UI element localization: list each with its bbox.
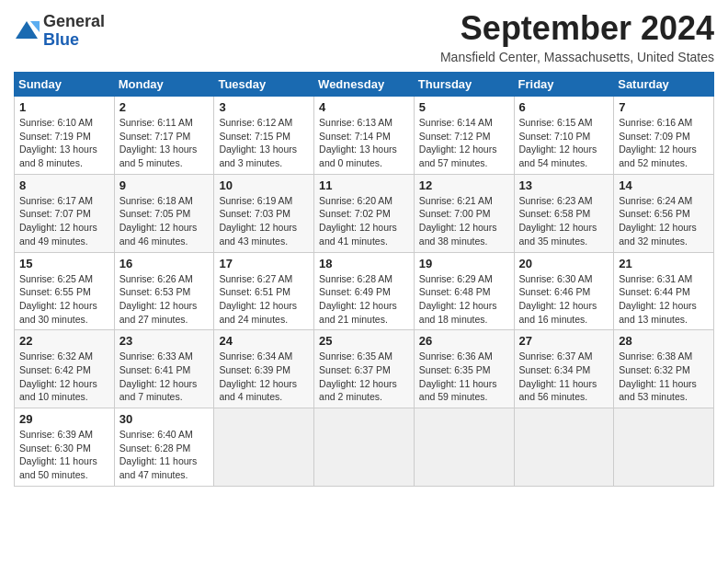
day-info: Sunrise: 6:21 AM Sunset: 7:00 PM Dayligh… xyxy=(419,194,509,248)
day-info: Sunrise: 6:14 AM Sunset: 7:12 PM Dayligh… xyxy=(419,116,509,170)
day-info: Sunrise: 6:34 AM Sunset: 6:39 PM Dayligh… xyxy=(219,350,309,404)
calendar-day-cell: 7Sunrise: 6:16 AM Sunset: 7:09 PM Daylig… xyxy=(614,97,714,175)
calendar-day-cell: 16Sunrise: 6:26 AM Sunset: 6:53 PM Dayli… xyxy=(114,252,214,330)
location-title: Mansfield Center, Massachusetts, United … xyxy=(440,50,714,64)
day-number: 19 xyxy=(419,257,509,270)
day-info: Sunrise: 6:15 AM Sunset: 7:10 PM Dayligh… xyxy=(519,116,609,170)
day-info: Sunrise: 6:31 AM Sunset: 6:44 PM Dayligh… xyxy=(619,272,709,327)
month-title: September 2024 xyxy=(440,9,714,48)
day-info: Sunrise: 6:10 AM Sunset: 7:19 PM Dayligh… xyxy=(19,116,109,170)
day-info: Sunrise: 6:23 AM Sunset: 6:58 PM Dayligh… xyxy=(519,194,609,248)
day-info: Sunrise: 6:35 AM Sunset: 6:37 PM Dayligh… xyxy=(319,350,409,404)
day-info: Sunrise: 6:26 AM Sunset: 6:53 PM Dayligh… xyxy=(119,272,210,327)
calendar-day-cell: 26Sunrise: 6:36 AM Sunset: 6:35 PM Dayli… xyxy=(414,330,514,408)
day-number: 16 xyxy=(119,257,210,270)
day-number: 30 xyxy=(119,412,210,426)
calendar-day-cell: 15Sunrise: 6:25 AM Sunset: 6:55 PM Dayli… xyxy=(15,252,115,330)
calendar-day-cell: 22Sunrise: 6:32 AM Sunset: 6:42 PM Dayli… xyxy=(15,330,115,408)
calendar-week-row: 29Sunrise: 6:39 AM Sunset: 6:30 PM Dayli… xyxy=(15,408,714,487)
calendar-day-cell: 14Sunrise: 6:24 AM Sunset: 6:56 PM Dayli… xyxy=(614,174,714,252)
day-number: 10 xyxy=(219,178,309,192)
day-info: Sunrise: 6:25 AM Sunset: 6:55 PM Dayligh… xyxy=(19,272,109,327)
calendar-day-cell: 6Sunrise: 6:15 AM Sunset: 7:10 PM Daylig… xyxy=(514,97,614,175)
day-info: Sunrise: 6:30 AM Sunset: 6:46 PM Dayligh… xyxy=(519,272,609,327)
calendar-day-cell: 12Sunrise: 6:21 AM Sunset: 7:00 PM Dayli… xyxy=(414,174,514,252)
calendar-day-cell: 13Sunrise: 6:23 AM Sunset: 6:58 PM Dayli… xyxy=(514,174,614,252)
calendar-day-cell: 18Sunrise: 6:28 AM Sunset: 6:49 PM Dayli… xyxy=(314,252,415,330)
day-info: Sunrise: 6:11 AM Sunset: 7:17 PM Dayligh… xyxy=(119,116,210,170)
day-number: 8 xyxy=(19,178,109,192)
day-number: 15 xyxy=(19,257,109,270)
calendar-week-row: 1Sunrise: 6:10 AM Sunset: 7:19 PM Daylig… xyxy=(15,97,714,175)
day-info: Sunrise: 6:13 AM Sunset: 7:14 PM Dayligh… xyxy=(319,116,409,170)
calendar-day-cell: 5Sunrise: 6:14 AM Sunset: 7:12 PM Daylig… xyxy=(414,97,514,175)
day-number: 17 xyxy=(219,257,309,270)
page-header: General Blue September 2024 Mansfield Ce… xyxy=(14,9,714,64)
calendar-day-cell: 11Sunrise: 6:20 AM Sunset: 7:02 PM Dayli… xyxy=(314,174,415,252)
logo-general-text: General xyxy=(43,12,105,30)
day-number: 3 xyxy=(219,100,309,114)
calendar-day-cell: 29Sunrise: 6:39 AM Sunset: 6:30 PM Dayli… xyxy=(15,408,115,487)
day-number: 13 xyxy=(519,178,609,192)
weekday-row: SundayMondayTuesdayWednesdayThursdayFrid… xyxy=(15,73,714,97)
day-number: 28 xyxy=(619,334,709,348)
calendar-day-cell: 1Sunrise: 6:10 AM Sunset: 7:19 PM Daylig… xyxy=(15,97,115,175)
day-info: Sunrise: 6:18 AM Sunset: 7:05 PM Dayligh… xyxy=(119,194,210,248)
day-number: 22 xyxy=(19,334,109,348)
day-number: 5 xyxy=(419,100,509,114)
calendar-day-cell: 9Sunrise: 6:18 AM Sunset: 7:05 PM Daylig… xyxy=(114,174,214,252)
day-info: Sunrise: 6:36 AM Sunset: 6:35 PM Dayligh… xyxy=(419,350,509,404)
calendar-day-cell: 28Sunrise: 6:38 AM Sunset: 6:32 PM Dayli… xyxy=(614,330,714,408)
day-info: Sunrise: 6:32 AM Sunset: 6:42 PM Dayligh… xyxy=(19,350,109,404)
day-number: 7 xyxy=(619,100,709,114)
day-number: 12 xyxy=(419,178,509,192)
weekday-header-wednesday: Wednesday xyxy=(314,73,415,97)
calendar-week-row: 22Sunrise: 6:32 AM Sunset: 6:42 PM Dayli… xyxy=(15,330,714,408)
calendar-week-row: 15Sunrise: 6:25 AM Sunset: 6:55 PM Dayli… xyxy=(15,252,714,330)
day-number: 27 xyxy=(519,334,609,348)
day-info: Sunrise: 6:20 AM Sunset: 7:02 PM Dayligh… xyxy=(319,194,409,248)
day-number: 14 xyxy=(619,178,709,192)
day-number: 9 xyxy=(119,178,210,192)
calendar-day-cell: 19Sunrise: 6:29 AM Sunset: 6:48 PM Dayli… xyxy=(414,252,514,330)
calendar-day-cell: 23Sunrise: 6:33 AM Sunset: 6:41 PM Dayli… xyxy=(114,330,214,408)
calendar-body: 1Sunrise: 6:10 AM Sunset: 7:19 PM Daylig… xyxy=(15,97,714,487)
day-info: Sunrise: 6:37 AM Sunset: 6:34 PM Dayligh… xyxy=(519,350,609,404)
calendar-day-cell xyxy=(514,408,614,487)
weekday-header-saturday: Saturday xyxy=(614,73,714,97)
calendar-day-cell: 30Sunrise: 6:40 AM Sunset: 6:28 PM Dayli… xyxy=(114,408,214,487)
calendar-day-cell: 3Sunrise: 6:12 AM Sunset: 7:15 PM Daylig… xyxy=(214,97,314,175)
day-info: Sunrise: 6:16 AM Sunset: 7:09 PM Dayligh… xyxy=(619,116,709,170)
day-info: Sunrise: 6:17 AM Sunset: 7:07 PM Dayligh… xyxy=(19,194,109,248)
calendar-day-cell: 20Sunrise: 6:30 AM Sunset: 6:46 PM Dayli… xyxy=(514,252,614,330)
calendar-header: SundayMondayTuesdayWednesdayThursdayFrid… xyxy=(15,73,714,97)
day-number: 23 xyxy=(119,334,210,348)
weekday-header-friday: Friday xyxy=(514,73,614,97)
day-number: 29 xyxy=(19,412,109,426)
title-block: September 2024 Mansfield Center, Massach… xyxy=(440,9,714,64)
day-number: 18 xyxy=(319,257,409,270)
day-number: 26 xyxy=(419,334,509,348)
calendar-day-cell: 27Sunrise: 6:37 AM Sunset: 6:34 PM Dayli… xyxy=(514,330,614,408)
day-info: Sunrise: 6:12 AM Sunset: 7:15 PM Dayligh… xyxy=(219,116,309,170)
day-info: Sunrise: 6:19 AM Sunset: 7:03 PM Dayligh… xyxy=(219,194,309,248)
day-number: 11 xyxy=(319,178,409,192)
day-info: Sunrise: 6:28 AM Sunset: 6:49 PM Dayligh… xyxy=(319,272,409,327)
weekday-header-tuesday: Tuesday xyxy=(214,73,314,97)
logo-blue-text: Blue xyxy=(43,30,79,49)
calendar-day-cell: 17Sunrise: 6:27 AM Sunset: 6:51 PM Dayli… xyxy=(214,252,314,330)
calendar-day-cell: 8Sunrise: 6:17 AM Sunset: 7:07 PM Daylig… xyxy=(15,174,115,252)
calendar-week-row: 8Sunrise: 6:17 AM Sunset: 7:07 PM Daylig… xyxy=(15,174,714,252)
day-number: 21 xyxy=(619,257,709,270)
day-info: Sunrise: 6:24 AM Sunset: 6:56 PM Dayligh… xyxy=(619,194,709,248)
day-info: Sunrise: 6:38 AM Sunset: 6:32 PM Dayligh… xyxy=(619,350,709,404)
calendar-day-cell: 10Sunrise: 6:19 AM Sunset: 7:03 PM Dayli… xyxy=(214,174,314,252)
day-info: Sunrise: 6:33 AM Sunset: 6:41 PM Dayligh… xyxy=(119,350,210,404)
day-info: Sunrise: 6:39 AM Sunset: 6:30 PM Dayligh… xyxy=(19,428,109,482)
calendar-day-cell xyxy=(614,408,714,487)
day-number: 24 xyxy=(219,334,309,348)
calendar-day-cell: 21Sunrise: 6:31 AM Sunset: 6:44 PM Dayli… xyxy=(614,252,714,330)
calendar-day-cell xyxy=(314,408,415,487)
weekday-header-sunday: Sunday xyxy=(15,73,115,97)
day-info: Sunrise: 6:27 AM Sunset: 6:51 PM Dayligh… xyxy=(219,272,309,327)
